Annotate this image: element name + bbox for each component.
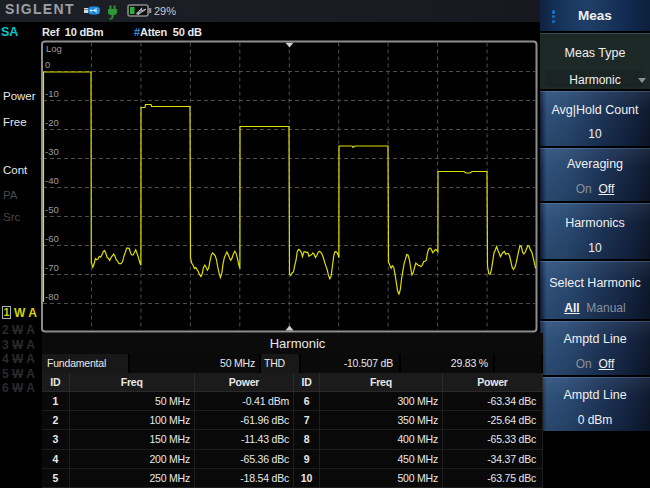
svg-text:Log: Log — [46, 43, 62, 54]
svg-text:-40: -40 — [45, 175, 59, 186]
svg-text:-30: -30 — [45, 146, 59, 157]
svg-text:-10: -10 — [45, 88, 59, 99]
svg-text:-60: -60 — [45, 233, 59, 244]
svg-text:-50: -50 — [45, 204, 59, 215]
svg-text:0: 0 — [45, 59, 50, 70]
svg-text:-70: -70 — [45, 262, 59, 273]
svg-text:-20: -20 — [45, 117, 59, 128]
svg-text:-80: -80 — [45, 291, 59, 302]
